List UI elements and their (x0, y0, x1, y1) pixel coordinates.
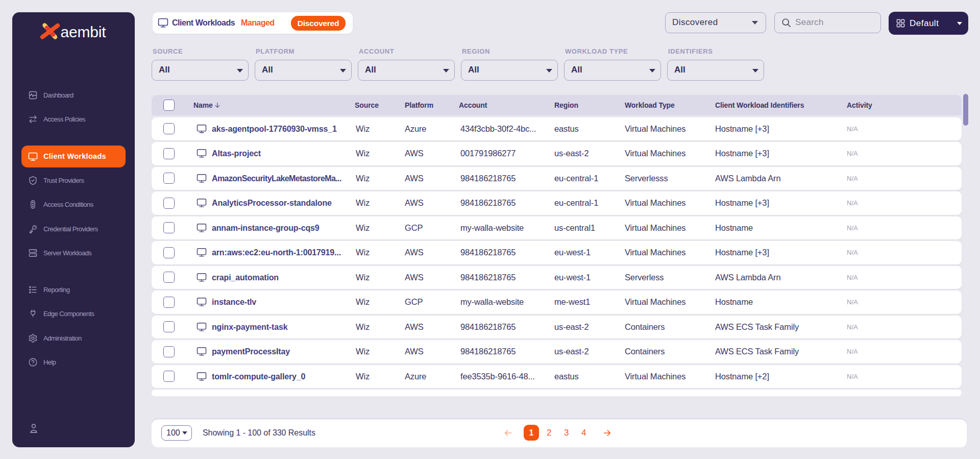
svg-text:aembit: aembit (61, 23, 107, 40)
